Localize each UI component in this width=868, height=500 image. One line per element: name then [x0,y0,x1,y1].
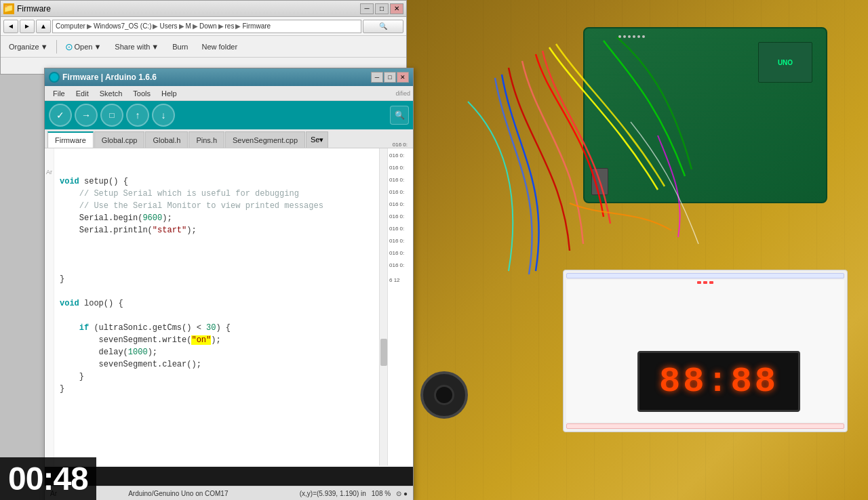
open-dropdown-icon: ▼ [94,43,101,51]
tab-global-cpp[interactable]: Global.cpp [94,131,145,148]
sep4: ▶ [193,22,198,30]
status-coordinates: (x,y)=(5.939, 1.190) in [300,490,366,497]
ide-titlebar-buttons: ─ □ ✕ [371,72,409,83]
ide-statusbar: Ar Arduino/Genuino Uno on COM17 (x,y)=(5… [45,486,413,500]
open-file-button[interactable]: ↑ [126,104,149,127]
address-users: Users [159,22,177,30]
left-margin: Ar [45,148,54,465]
tab-more[interactable]: Se▾ [306,131,328,148]
address-bar[interactable]: Computer ▶ Windows7_OS (C:) ▶ Users ▶ M … [52,20,361,33]
upload-button[interactable]: → [75,104,98,127]
code-line-19: } [60,371,374,383]
ts-10: 016 0: [389,259,412,272]
address-down: Down [199,22,217,30]
save-button[interactable]: ↓ [152,104,175,127]
explorer-title: Firmware [17,4,360,14]
folder-icon: 📁 [3,3,14,14]
status-zoom: 108 % [372,490,391,497]
code-line-6: Serial.begin(9600); [60,212,374,224]
code-line-16: sevenSegment.write("on"); [60,334,374,346]
ide-window: Firmware | Arduino 1.6.6 ─ □ ✕ File Edit… [44,68,414,500]
sep1: ▶ [87,22,92,30]
tab-global-h[interactable]: Global.h [145,131,188,148]
ide-minimize-button[interactable]: ─ [371,72,383,83]
ts-2: 016 0: [389,162,412,174]
code-line-18: sevenSegment.clear(); [60,358,374,371]
code-line-12 [60,285,374,297]
hardware-background: UNO [400,0,868,500]
code-line-2 [60,163,374,175]
tab-firmware[interactable]: Firmware [47,131,94,148]
menu-tools[interactable]: Tools [127,86,156,101]
tab-sevensegment-cpp[interactable]: SevenSegment.cpp [225,131,305,148]
open-button[interactable]: ⊙ Open ▼ [60,39,107,55]
menu-edit[interactable]: Edit [71,86,94,101]
seven-segment-display: 88:88 [637,351,800,412]
code-line-14 [60,310,374,322]
timestamp-area: 016 0: [393,142,410,148]
ide-titlebar: Firmware | Arduino 1.6.6 ─ □ ✕ [45,68,413,86]
code-line-9 [60,249,374,261]
ide-content-area: Ar void setup() { // Setup Serial which … [45,148,413,465]
burn-button[interactable]: Burn [167,39,193,55]
code-line-8 [60,236,374,249]
ide-close-button[interactable]: ✕ [397,72,409,83]
close-button[interactable]: ✕ [390,3,403,14]
sep3: ▶ [179,22,184,30]
menu-sketch[interactable]: Sketch [94,86,128,101]
forward-button[interactable]: ► [20,20,35,33]
code-line-17: delay(1000); [60,346,374,358]
minimize-button[interactable]: ─ [360,3,374,14]
vertical-scrollbar[interactable] [379,148,387,465]
up-button[interactable]: ▲ [36,20,51,33]
maximize-button[interactable]: □ [375,3,389,14]
address-user: M [186,22,191,30]
ide-icon [49,72,60,83]
ide-restore-button[interactable]: □ [384,72,396,83]
ts-1: 016 0: [389,150,412,162]
address-res: res [225,22,235,30]
status-icons: ⊙ ● [396,490,408,497]
sep6: ▶ [235,22,241,30]
timestamps-list: 016 0: 016 0: 016 0: 016 0: 016 0: 016 0… [388,148,413,288]
code-container[interactable]: void setup() { // Setup Serial which is … [54,148,379,465]
organize-button[interactable]: Organize ▼ [3,39,54,55]
code-line-4: // Setup Serial which is useful for debu… [60,188,374,200]
search-icon[interactable]: 🔍 [390,106,409,125]
ts-4: 016 0: [389,186,412,199]
share-button[interactable]: Share with ▼ [109,39,164,55]
new-folder-button[interactable]: New folder [196,39,243,55]
new-button[interactable]: □ [100,104,123,127]
back-button[interactable]: ◄ [3,20,18,33]
open-icon: ⊙ [65,41,73,52]
code-line-10 [60,261,374,273]
verify-button[interactable]: ✓ [49,104,72,127]
ide-terminal [45,467,413,486]
timestamps-panel: 016 0: 016 0: 016 0: 016 0: 016 0: 016 0… [387,148,413,465]
code-line-20: } [60,383,374,395]
explorer-titlebar: 📁 Firmware ─ □ ✕ [1,1,406,17]
explorer-window: 📁 Firmware ─ □ ✕ ◄ ► ▲ Computer ▶ Window… [0,0,407,75]
code-line-13: void loop() { [60,297,374,310]
menu-file[interactable]: File [47,86,71,101]
ide-toolbar: ✓ → □ ↑ ↓ 🔍 [45,101,413,129]
titlebar-buttons: ─ □ ✕ [360,3,403,14]
tab-pins-h[interactable]: Pins.h [189,131,224,148]
address-computer: Computer [56,22,85,30]
explorer-toolbar: Organize ▼ ⊙ Open ▼ Share with ▼ Burn Ne… [1,36,406,58]
code-editor[interactable]: void setup() { // Setup Serial which is … [54,148,379,398]
ide-menubar: File Edit Sketch Tools Help dified [45,86,413,101]
menu-help[interactable]: Help [156,86,182,101]
sensor-module [420,371,468,419]
sep5: ▶ [218,22,224,30]
ts-3: 016 0: [389,174,412,186]
address-drive: Windows7_OS (C:) [94,22,152,30]
ide-title: Firmware | Arduino 1.6.6 [62,72,368,82]
address-firmware: Firmware [242,22,271,30]
search-button[interactable]: 🔍 [363,20,403,33]
scrollbar-thumb[interactable] [380,339,387,366]
ts-11: 6 12 [389,274,412,287]
ts-6: 016 0: [389,211,412,223]
ts-5: 016 0: [389,199,412,211]
toolbar-divider-1 [56,40,57,54]
